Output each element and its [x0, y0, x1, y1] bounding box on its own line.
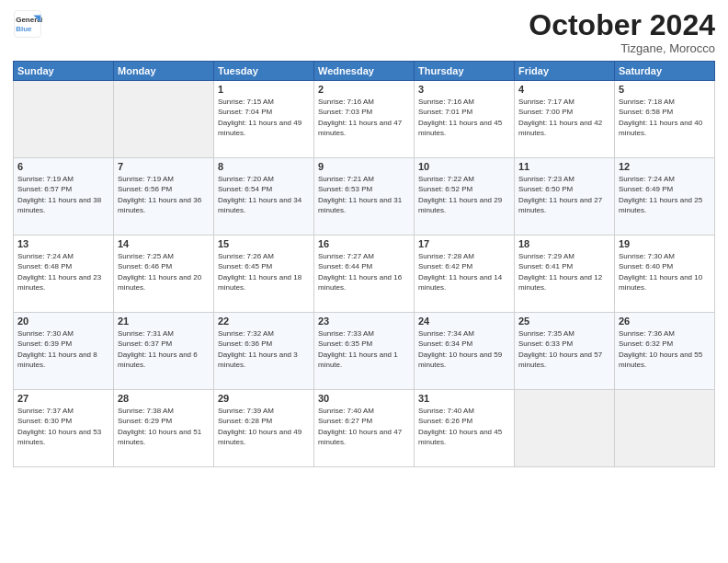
week-row-4: 20Sunrise: 7:30 AM Sunset: 6:39 PM Dayli… — [14, 313, 715, 390]
day-number: 18 — [518, 238, 610, 249]
calendar-cell — [515, 390, 615, 467]
title-block: October 2024 Tizgane, Morocco — [529, 9, 715, 55]
calendar-cell: 16Sunrise: 7:27 AM Sunset: 6:44 PM Dayli… — [314, 236, 415, 313]
day-info: Sunrise: 7:21 AM Sunset: 6:53 PM Dayligh… — [318, 174, 410, 215]
day-info: Sunrise: 7:35 AM Sunset: 6:33 PM Dayligh… — [518, 328, 610, 370]
calendar-cell: 1Sunrise: 7:15 AM Sunset: 7:04 PM Daylig… — [214, 81, 314, 158]
day-number: 8 — [218, 161, 310, 172]
day-number: 13 — [17, 238, 109, 249]
week-row-3: 13Sunrise: 7:24 AM Sunset: 6:48 PM Dayli… — [14, 236, 715, 313]
day-info: Sunrise: 7:28 AM Sunset: 6:42 PM Dayligh… — [418, 251, 510, 293]
day-number: 4 — [518, 84, 610, 95]
day-info: Sunrise: 7:16 AM Sunset: 7:01 PM Dayligh… — [418, 97, 510, 138]
day-header-friday: Friday — [515, 62, 615, 81]
day-info: Sunrise: 7:23 AM Sunset: 6:50 PM Dayligh… — [518, 174, 610, 215]
calendar-table: SundayMondayTuesdayWednesdayThursdayFrid… — [13, 61, 715, 467]
calendar-cell: 23Sunrise: 7:33 AM Sunset: 6:35 PM Dayli… — [314, 313, 415, 390]
day-info: Sunrise: 7:40 AM Sunset: 6:26 PM Dayligh… — [418, 406, 510, 447]
day-number: 16 — [318, 238, 410, 249]
day-info: Sunrise: 7:37 AM Sunset: 6:30 PM Dayligh… — [17, 406, 109, 447]
calendar-cell: 21Sunrise: 7:31 AM Sunset: 6:37 PM Dayli… — [114, 313, 214, 390]
calendar-cell — [14, 81, 114, 158]
calendar-cell: 7Sunrise: 7:19 AM Sunset: 6:56 PM Daylig… — [114, 158, 214, 236]
calendar-cell: 15Sunrise: 7:26 AM Sunset: 6:45 PM Dayli… — [214, 236, 314, 313]
day-number: 1 — [218, 84, 310, 95]
calendar-cell: 29Sunrise: 7:39 AM Sunset: 6:28 PM Dayli… — [214, 390, 314, 467]
calendar-cell: 27Sunrise: 7:37 AM Sunset: 6:30 PM Dayli… — [14, 390, 114, 467]
day-header-saturday: Saturday — [615, 62, 715, 81]
day-info: Sunrise: 7:34 AM Sunset: 6:34 PM Dayligh… — [418, 328, 510, 370]
calendar-cell: 24Sunrise: 7:34 AM Sunset: 6:34 PM Dayli… — [415, 313, 515, 390]
day-number: 6 — [17, 161, 109, 172]
day-header-monday: Monday — [114, 62, 214, 81]
day-number: 20 — [17, 316, 109, 327]
calendar-cell: 25Sunrise: 7:35 AM Sunset: 6:33 PM Dayli… — [515, 313, 615, 390]
day-number: 14 — [118, 238, 210, 249]
day-info: Sunrise: 7:22 AM Sunset: 6:52 PM Dayligh… — [418, 174, 510, 215]
day-number: 23 — [318, 316, 410, 327]
day-header-tuesday: Tuesday — [214, 62, 314, 81]
day-number: 21 — [118, 316, 210, 327]
day-info: Sunrise: 7:33 AM Sunset: 6:35 PM Dayligh… — [318, 328, 410, 370]
day-number: 17 — [418, 238, 510, 249]
calendar-cell: 5Sunrise: 7:18 AM Sunset: 6:58 PM Daylig… — [615, 81, 715, 158]
day-info: Sunrise: 7:30 AM Sunset: 6:39 PM Dayligh… — [17, 328, 109, 370]
calendar-page: General Blue October 2024 Tizgane, Moroc… — [0, 0, 728, 563]
day-info: Sunrise: 7:15 AM Sunset: 7:04 PM Dayligh… — [218, 97, 310, 138]
day-info: Sunrise: 7:19 AM Sunset: 6:56 PM Dayligh… — [118, 174, 210, 215]
day-info: Sunrise: 7:17 AM Sunset: 7:00 PM Dayligh… — [518, 97, 610, 138]
day-info: Sunrise: 7:26 AM Sunset: 6:45 PM Dayligh… — [218, 251, 310, 293]
day-info: Sunrise: 7:19 AM Sunset: 6:57 PM Dayligh… — [17, 174, 109, 215]
calendar-cell: 26Sunrise: 7:36 AM Sunset: 6:32 PM Dayli… — [615, 313, 715, 390]
day-info: Sunrise: 7:24 AM Sunset: 6:48 PM Dayligh… — [17, 251, 109, 293]
day-info: Sunrise: 7:16 AM Sunset: 7:03 PM Dayligh… — [318, 97, 410, 138]
day-info: Sunrise: 7:32 AM Sunset: 6:36 PM Dayligh… — [218, 328, 310, 370]
day-number: 9 — [318, 161, 410, 172]
calendar-cell: 8Sunrise: 7:20 AM Sunset: 6:54 PM Daylig… — [214, 158, 314, 236]
day-info: Sunrise: 7:29 AM Sunset: 6:41 PM Dayligh… — [518, 251, 610, 293]
day-info: Sunrise: 7:38 AM Sunset: 6:29 PM Dayligh… — [118, 406, 210, 447]
day-number: 26 — [619, 316, 711, 327]
day-info: Sunrise: 7:36 AM Sunset: 6:32 PM Dayligh… — [619, 328, 711, 370]
day-number: 28 — [118, 393, 210, 404]
logo-icon: General Blue — [13, 9, 42, 39]
header: General Blue October 2024 Tizgane, Moroc… — [13, 9, 715, 55]
day-info: Sunrise: 7:27 AM Sunset: 6:44 PM Dayligh… — [318, 251, 410, 293]
week-row-1: 1Sunrise: 7:15 AM Sunset: 7:04 PM Daylig… — [14, 81, 715, 158]
day-number: 22 — [218, 316, 310, 327]
calendar-cell: 30Sunrise: 7:40 AM Sunset: 6:27 PM Dayli… — [314, 390, 415, 467]
day-header-sunday: Sunday — [14, 62, 114, 81]
day-info: Sunrise: 7:40 AM Sunset: 6:27 PM Dayligh… — [318, 406, 410, 447]
day-info: Sunrise: 7:31 AM Sunset: 6:37 PM Dayligh… — [118, 328, 210, 370]
day-number: 19 — [619, 238, 711, 249]
day-header-thursday: Thursday — [415, 62, 515, 81]
calendar-cell: 14Sunrise: 7:25 AM Sunset: 6:46 PM Dayli… — [114, 236, 214, 313]
day-number: 30 — [318, 393, 410, 404]
week-row-5: 27Sunrise: 7:37 AM Sunset: 6:30 PM Dayli… — [14, 390, 715, 467]
day-info: Sunrise: 7:18 AM Sunset: 6:58 PM Dayligh… — [619, 97, 711, 138]
calendar-cell — [615, 390, 715, 467]
calendar-cell: 31Sunrise: 7:40 AM Sunset: 6:26 PM Dayli… — [415, 390, 515, 467]
day-info: Sunrise: 7:20 AM Sunset: 6:54 PM Dayligh… — [218, 174, 310, 215]
day-header-wednesday: Wednesday — [314, 62, 415, 81]
calendar-cell: 4Sunrise: 7:17 AM Sunset: 7:00 PM Daylig… — [515, 81, 615, 158]
calendar-cell: 2Sunrise: 7:16 AM Sunset: 7:03 PM Daylig… — [314, 81, 415, 158]
day-info: Sunrise: 7:24 AM Sunset: 6:49 PM Dayligh… — [619, 174, 711, 215]
calendar-cell: 19Sunrise: 7:30 AM Sunset: 6:40 PM Dayli… — [615, 236, 715, 313]
day-number: 27 — [17, 393, 109, 404]
calendar-cell: 18Sunrise: 7:29 AM Sunset: 6:41 PM Dayli… — [515, 236, 615, 313]
calendar-cell: 11Sunrise: 7:23 AM Sunset: 6:50 PM Dayli… — [515, 158, 615, 236]
day-info: Sunrise: 7:39 AM Sunset: 6:28 PM Dayligh… — [218, 406, 310, 447]
day-number: 7 — [118, 161, 210, 172]
day-number: 3 — [418, 84, 510, 95]
day-number: 25 — [518, 316, 610, 327]
day-number: 11 — [518, 161, 610, 172]
day-number: 5 — [619, 84, 711, 95]
day-number: 31 — [418, 393, 510, 404]
calendar-cell: 6Sunrise: 7:19 AM Sunset: 6:57 PM Daylig… — [14, 158, 114, 236]
calendar-cell: 20Sunrise: 7:30 AM Sunset: 6:39 PM Dayli… — [14, 313, 114, 390]
month-title: October 2024 — [529, 9, 715, 41]
logo: General Blue — [13, 9, 42, 39]
day-info: Sunrise: 7:30 AM Sunset: 6:40 PM Dayligh… — [619, 251, 711, 293]
day-number: 2 — [318, 84, 410, 95]
